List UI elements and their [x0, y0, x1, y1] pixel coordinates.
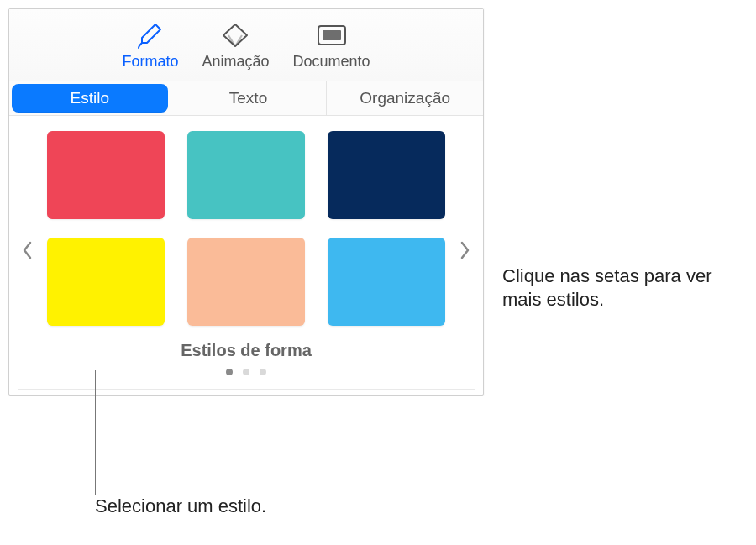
inspector-tabs: Estilo Texto Organização	[9, 81, 483, 116]
svg-rect-1	[323, 30, 341, 40]
callout-leader	[478, 286, 498, 286]
tab-text-label: Texto	[229, 89, 267, 107]
toolbar-animation-button[interactable]: Animação	[202, 21, 269, 71]
page-dot[interactable]	[226, 369, 233, 375]
inspector-panel: Formato Animação Documento	[8, 8, 484, 396]
style-swatch[interactable]	[47, 238, 165, 326]
toolbar-document-button[interactable]: Documento	[293, 21, 370, 71]
page-dot[interactable]	[243, 369, 249, 375]
style-swatch[interactable]	[187, 238, 305, 326]
tab-text[interactable]: Texto	[171, 81, 328, 115]
main-toolbar: Formato Animação Documento	[9, 9, 483, 81]
callout-arrows: Clique nas setas para ver mais estilos.	[502, 265, 746, 311]
style-swatch[interactable]	[47, 131, 165, 219]
diamond-icon	[218, 21, 252, 50]
toolbar-document-label: Documento	[293, 53, 370, 71]
tab-arrange[interactable]: Organização	[327, 81, 483, 115]
page-indicator	[45, 369, 448, 375]
divider	[18, 389, 475, 390]
shape-styles-title: Estilos de forma	[45, 341, 448, 360]
toolbar-format-button[interactable]: Formato	[122, 21, 178, 71]
tab-style[interactable]: Estilo	[12, 84, 168, 113]
styles-next-button[interactable]	[453, 239, 478, 266]
style-swatch-grid	[45, 131, 448, 326]
toolbar-format-label: Formato	[122, 53, 178, 71]
style-swatch[interactable]	[328, 238, 445, 326]
document-icon	[315, 21, 349, 50]
callout-select-style: Selecionar um estilo.	[95, 495, 266, 517]
page-dot[interactable]	[260, 369, 266, 375]
style-swatch[interactable]	[187, 131, 305, 219]
chevron-left-icon	[21, 240, 33, 260]
toolbar-animation-label: Animação	[202, 53, 269, 71]
brush-icon	[135, 21, 165, 50]
shape-styles-area: Estilos de forma	[9, 116, 483, 389]
chevron-right-icon	[459, 240, 471, 260]
styles-prev-button[interactable]	[14, 239, 39, 266]
tab-arrange-label: Organização	[360, 89, 450, 107]
tab-style-label: Estilo	[71, 89, 109, 107]
callout-leader	[95, 370, 96, 495]
style-swatch[interactable]	[328, 131, 445, 219]
